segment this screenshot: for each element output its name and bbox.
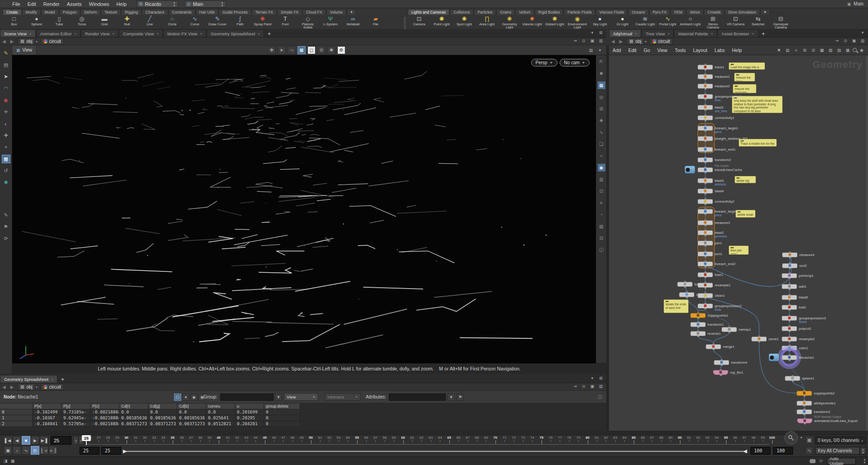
quickmark-icon[interactable]: ▧	[835, 47, 843, 54]
group-filter-icon[interactable]: ▼	[275, 394, 282, 401]
sticky-note[interactable]: then join gaps	[729, 246, 749, 255]
node-fuse1[interactable]	[698, 272, 713, 277]
pane-tab-tree-view[interactable]: Tree View×	[642, 29, 674, 37]
shelf-tool-spray-paint[interactable]: ✱Spray Paint	[251, 15, 274, 29]
desktop-selector[interactable]: ⊞ Ricardo ▲▼	[137, 0, 178, 8]
list-icon[interactable]: ≡	[793, 47, 800, 54]
viewport-option-6-icon[interactable]: ∿	[598, 128, 605, 136]
layout-icon[interactable]: ▥	[597, 37, 604, 44]
shelf-tab-oceans[interactable]: Oceans	[628, 9, 648, 15]
shelf-tab-terrain-fx[interactable]: Terrain FX	[252, 9, 277, 15]
view-tool-icon[interactable]: ✥	[268, 46, 276, 54]
node-sort1[interactable]	[698, 251, 713, 256]
shelf-tab-grains[interactable]: Grains	[496, 9, 515, 15]
pane-tab-asset-browser[interactable]: Asset Browser×	[717, 29, 758, 37]
shelf-tab-drive-simulation[interactable]: Drive Simulation	[725, 9, 760, 15]
shelf-tab-texture[interactable]: Texture	[101, 9, 121, 15]
split-pane-icon[interactable]: ⊞	[597, 375, 604, 382]
status-cache-icon[interactable]: ▦	[9, 457, 16, 465]
node-measure4[interactable]	[782, 252, 797, 257]
isolate-icon[interactable]: ⊖	[317, 46, 326, 54]
node-pointvop1[interactable]	[782, 273, 797, 278]
pin-inputs-icon[interactable]: ⇥	[571, 37, 579, 44]
pane-tab-obj-circuit[interactable]: /obj/circuit×	[609, 29, 641, 37]
message-bubble-icon[interactable]	[810, 459, 816, 463]
pane-tab-composite-view[interactable]: Composite View×	[119, 29, 163, 37]
close-icon[interactable]: ×	[156, 32, 159, 36]
attributes-filter-icon[interactable]: ▼	[448, 394, 455, 401]
shelf-tool-sky-light[interactable]: ●Sky Light	[589, 15, 611, 29]
display-options-icon[interactable]: ▣	[850, 37, 858, 44]
shelf-tool-draw-curve[interactable]: ✎Draw Curve	[206, 15, 229, 29]
shelf-tool-caustic-light[interactable]: ≋Caustic Light	[634, 15, 656, 29]
shelf-tab-deform[interactable]: Deform	[80, 9, 100, 15]
node-groupexpression1[interactable]	[698, 94, 713, 99]
viewport-option-12-icon[interactable]: ≡	[598, 199, 605, 207]
shelf-tool-file[interactable]: ▰File	[364, 15, 387, 29]
node-measure1[interactable]	[698, 74, 713, 79]
projection-menu[interactable]: Persp ▼	[531, 59, 557, 66]
node-tracedLinesCache[interactable]	[698, 167, 713, 172]
viewport-option-8-icon[interactable]: ⌗	[598, 152, 605, 160]
menu-assets[interactable]: Assets	[63, 0, 85, 8]
node-resample2[interactable]	[782, 337, 797, 342]
shelf-tool-stereo-camera[interactable]: ⊞Stereo Camera	[702, 15, 724, 29]
sticky-note[interactable]: delete small lines	[736, 210, 755, 218]
pin-inputs-icon[interactable]: ⇥	[571, 383, 579, 390]
node-join1[interactable]	[698, 241, 713, 246]
menu-file[interactable]: File	[9, 0, 24, 8]
shelf-tab-simple-fx[interactable]: Simple FX	[277, 9, 302, 15]
shelf-tool-environment-light[interactable]: ◉Environment Light	[566, 15, 589, 29]
shelf-tab-particle-fluids[interactable]: Particle Fluids	[564, 9, 595, 15]
viewport-option-0-icon[interactable]: ⇱	[598, 58, 605, 66]
network-menu-help[interactable]: Help	[728, 46, 745, 54]
shelf-tool-torus[interactable]: ◎Torus	[71, 15, 93, 29]
display-settings-icon[interactable]: ⚙	[337, 46, 345, 54]
shelf-tool-spot-light[interactable]: ✺Spot Light	[453, 15, 476, 29]
node-measure3[interactable]	[698, 220, 713, 225]
shelf-tool-volume-light[interactable]: ✸Volume Light	[521, 15, 543, 29]
info-icon[interactable]: ⓘ	[598, 394, 602, 400]
refresh-icon[interactable]: ⟳	[819, 458, 823, 464]
node-connectivity1[interactable]	[698, 115, 713, 120]
shelf-tab-volume[interactable]: Volume	[326, 9, 346, 15]
set-key-button[interactable]	[784, 431, 798, 445]
color-palette-icon[interactable]: ▩	[818, 47, 826, 54]
breadcrumb-node[interactable]: circuit	[41, 38, 64, 45]
playback-end-field[interactable]: 100	[750, 447, 770, 455]
viewport-option-13-icon[interactable]: ◔	[598, 211, 605, 218]
range-slider-right-handle[interactable]: ◀	[743, 448, 747, 454]
node-merge1[interactable]	[706, 344, 721, 349]
node-attribpromote1[interactable]	[797, 401, 812, 406]
pane-tab-animation-editor[interactable]: Animation Editor×	[36, 29, 80, 37]
node-foreach_begin2[interactable]	[698, 209, 713, 214]
snapshot-icon[interactable]: ▦	[297, 46, 306, 54]
network-menu-view[interactable]: View	[654, 46, 671, 54]
shelf-tab-constraints[interactable]: Constraints	[169, 9, 195, 15]
network-menu-tools[interactable]: Tools	[671, 46, 689, 54]
shelf-tab-lights-and-cameras[interactable]: Lights and Cameras	[408, 9, 449, 15]
camera-menu[interactable]: No cam ▼	[560, 59, 590, 66]
pane-menu-icon[interactable]: ▾	[596, 47, 604, 54]
node-namep1[interactable]	[722, 327, 737, 332]
viewport-option-9-icon[interactable]: ◉	[598, 164, 605, 171]
node-copytopoints2[interactable]	[797, 391, 812, 396]
foreach-block[interactable]	[698, 207, 715, 268]
shelf-tool-platonic-solids[interactable]: ◇Platonic Solids	[297, 15, 319, 29]
network-menu-edit[interactable]: Edit	[625, 46, 640, 54]
viewport-option-2-icon[interactable]: ▦	[598, 81, 605, 89]
layout-icon[interactable]: ▥	[597, 383, 604, 390]
close-icon[interactable]: ×	[711, 32, 713, 36]
back-icon[interactable]: ◀	[0, 384, 8, 389]
range-slider[interactable]	[125, 451, 747, 452]
view-dropdown[interactable]: View ▼	[284, 393, 318, 401]
shop-icon[interactable]: ▦	[844, 47, 851, 54]
viewport-option-5-icon[interactable]: ✚	[598, 117, 605, 124]
flag-icon[interactable]: ⚑	[2, 223, 10, 231]
snap-tool-icon[interactable]: ⌖	[2, 143, 10, 152]
node-add1[interactable]	[782, 284, 797, 289]
shelf-tab-viscous-fluids[interactable]: Viscous Fluids	[596, 9, 628, 15]
recook-icon[interactable]: ⟳	[2, 234, 10, 243]
group-input[interactable]	[220, 394, 274, 401]
viewport-option-10-icon[interactable]: ▥	[598, 176, 605, 183]
